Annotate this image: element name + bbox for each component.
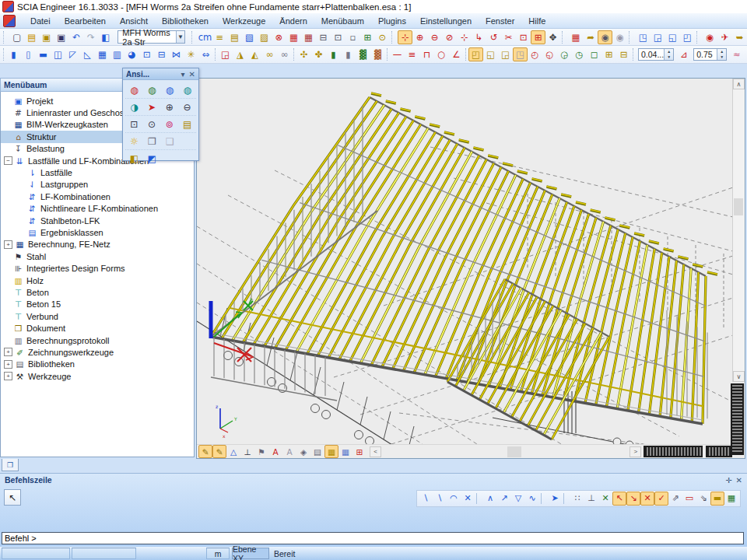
ucs-3p-icon[interactable]: ◳ [513, 47, 528, 61]
catalog-icon[interactable]: ▤ [227, 30, 242, 44]
ucs-yz-icon[interactable]: ◲ [498, 47, 513, 61]
scrollbar-track[interactable] [733, 89, 745, 371]
export-icon[interactable]: ➥ [732, 30, 747, 44]
save-all-icon[interactable]: ▣ [39, 30, 54, 44]
workplane-icon[interactable]: ◻ [587, 47, 601, 61]
model-viewport[interactable]: zYx ∧ ∨ ✎✎△⊥⚑AA◈▤▦▦⊞ < > [196, 78, 745, 459]
bolt-icon[interactable]: ✤ [311, 47, 326, 61]
expand-icon[interactable]: + [4, 360, 12, 369]
document-add-icon[interactable]: ⊞ [360, 30, 375, 44]
snap-step-spinner[interactable]: 0.04... ▲▼ [638, 48, 674, 61]
toolbar-grip[interactable] [391, 31, 395, 44]
cursor-snap-icon[interactable]: ➤ [548, 492, 562, 506]
toolbar-scroll-left-icon[interactable]: < [370, 446, 381, 457]
pointer-tool-icon[interactable]: ↖ [4, 489, 21, 506]
menu-item-werkzeuge[interactable]: Werkzeuge [216, 15, 272, 27]
snap-vector-icon[interactable]: ↗ [497, 492, 511, 506]
snap-curve-icon[interactable]: ∿ [525, 492, 539, 506]
wireframe-icon[interactable]: ◩ [143, 151, 161, 166]
select-workplane-icon[interactable]: ⊞ [531, 30, 545, 44]
project-manager-icon[interactable]: ◧ [98, 30, 113, 44]
tree-item-nichtlineare-lf-kombinationen[interactable]: ⇵Nichtlineare LF-Kombinationen [1, 203, 194, 215]
chevron-down-icon[interactable]: ▾ [181, 70, 185, 79]
tree-item-beton[interactable]: ⊤Beton [1, 286, 194, 298]
collapse-icon[interactable]: − [4, 156, 12, 165]
snap-tangent-icon[interactable]: ⇗ [668, 492, 682, 506]
tree-item-werkzeuge[interactable]: +⚒Werkzeuge [1, 370, 194, 382]
snap-midpoint-icon[interactable]: ↘ [626, 492, 640, 506]
close-icon[interactable]: ✕ [189, 70, 195, 79]
tree-item-ergebnisklassen[interactable]: ▤Ergebnisklassen [1, 226, 194, 238]
snap-delete-icon[interactable]: ✕ [461, 492, 475, 506]
vertical-scrollbar[interactable]: ∧ ∨ [732, 79, 745, 382]
clipping-box-icon[interactable]: ➤ [143, 100, 161, 114]
render-icon[interactable]: ◑ [125, 100, 143, 114]
spinner-buttons[interactable]: ▲▼ [717, 49, 726, 60]
document-search-icon[interactable]: ⊡ [331, 30, 345, 44]
status-plane[interactable]: Ebene XY [232, 548, 269, 559]
volumes-icon[interactable]: ▤ [310, 445, 324, 458]
toolbar-grip[interactable] [465, 48, 466, 61]
dot-grid-icon[interactable]: ⊞ [601, 47, 616, 61]
window-cascade-icon[interactable]: ◳ [636, 30, 651, 44]
load-display-icon[interactable]: ⊥ [240, 445, 254, 458]
plate-icon[interactable]: ▦ [95, 47, 110, 61]
member-1d-icon[interactable]: ▮ [6, 47, 21, 61]
deselect-icon[interactable]: ✂ [501, 30, 516, 44]
tree-item-lastgruppen[interactable]: ⇃Lastgruppen [1, 179, 194, 191]
view-top-icon[interactable]: ◍ [125, 82, 143, 97]
panel-tab[interactable]: ❐ [2, 459, 19, 471]
wall-concrete-icon[interactable]: ▓ [356, 47, 370, 61]
open-file-icon[interactable]: ▤ [24, 30, 39, 44]
menu-item-menübaum[interactable]: Menübaum [314, 15, 371, 27]
save-icon[interactable]: ▣ [54, 30, 68, 44]
print-icon[interactable]: ⊟ [316, 30, 331, 44]
pin-icon[interactable]: ✛ [725, 476, 731, 485]
light-icon[interactable]: ☼ [125, 134, 143, 149]
select-polygon-icon[interactable]: ↳ [472, 30, 486, 44]
menu-item-plugins[interactable]: Plugins [371, 15, 413, 27]
member-beam-icon[interactable]: ▬ [36, 47, 51, 61]
expand-icon[interactable]: + [4, 372, 12, 380]
toolbar-grip[interactable] [3, 31, 7, 44]
palette-header[interactable]: Ansi... ▾ ✕ [123, 68, 198, 80]
menu-item-bearbeiten[interactable]: Bearbeiten [58, 15, 113, 27]
scroll-right-icon[interactable]: > [630, 446, 641, 457]
tree-item-holz[interactable]: ▥Holz [1, 275, 194, 286]
ucs-plane-icon[interactable]: ◵ [542, 47, 557, 61]
toolbar-grip[interactable] [191, 31, 195, 44]
names-icon[interactable]: A [268, 445, 282, 458]
select-remove-icon[interactable]: ⊖ [427, 30, 442, 44]
toolbar-grip[interactable] [293, 48, 294, 61]
load-panel-icon[interactable]: ◲ [218, 47, 233, 61]
snap-plane-icon[interactable]: ▽ [511, 492, 525, 506]
ucs-xz-icon[interactable]: ◱ [483, 47, 498, 61]
window-tile-h-icon[interactable]: ◱ [665, 30, 680, 44]
catalog-block-icon[interactable]: ◭ [247, 47, 262, 61]
render-settings-icon[interactable]: ▦ [324, 445, 338, 458]
visibility-67b-icon[interactable]: ◉ [612, 30, 627, 44]
ucs-shift-icon[interactable]: ◶ [557, 47, 572, 61]
tree-item-stahl[interactable]: ⚑Stahl [1, 250, 194, 262]
ucs-rotate-icon[interactable]: ◷ [572, 47, 587, 61]
menu-item-ansicht[interactable]: Ansicht [113, 15, 155, 27]
new-file-icon[interactable]: ▢ [9, 30, 24, 44]
predefined-shape-icon[interactable]: ◮ [233, 47, 247, 61]
tree-item-zeichnungswerkzeuge[interactable]: +✐Zeichnungswerkzeuge [1, 346, 194, 358]
calculator-icon[interactable]: ▦ [724, 492, 738, 506]
window-new-icon[interactable]: ◰ [680, 30, 695, 44]
tree-item-beton-15[interactable]: ⊤Beton 15 [1, 299, 194, 310]
activity-icon[interactable]: ▧ [242, 30, 257, 44]
toolbar-grip[interactable] [562, 31, 566, 44]
select-previous-icon[interactable]: ↺ [486, 30, 501, 44]
numbers-scale-icon[interactable]: ↕ [744, 47, 747, 61]
wall-brick-icon[interactable]: ▓ [370, 47, 385, 61]
menu-item-fenster[interactable]: Fenster [479, 15, 521, 27]
gear-icon[interactable]: ⊗ [272, 30, 286, 44]
ucs-xy-icon[interactable]: ◰ [468, 47, 483, 61]
scroll-up-icon[interactable]: ∧ [733, 79, 745, 89]
table-edit-icon[interactable]: ▦ [301, 30, 316, 44]
zoom-selection-icon[interactable]: ⊚ [161, 117, 179, 131]
menu-item-einstellungen[interactable]: Einstellungen [413, 15, 479, 27]
perspective-icon[interactable]: ✎ [198, 445, 212, 458]
